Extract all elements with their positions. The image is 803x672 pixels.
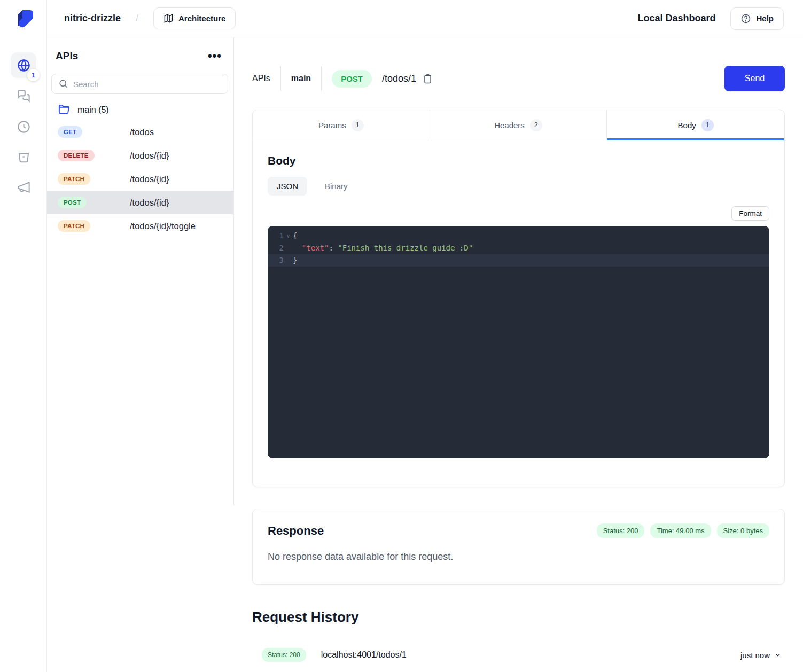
endpoint-path: /todos/{id} [130,151,169,161]
endpoint-path: /todos [130,127,154,137]
tab-count-badge: 1 [352,119,364,131]
help-button[interactable]: Help [730,7,784,30]
response-stat-badge: Time: 49.00 ms [650,523,711,538]
request-bar: APIs main POST /todos/1 Send [252,66,785,91]
copy-path-button[interactable] [422,73,434,85]
rail-item-schedules[interactable] [11,114,36,139]
search-icon [58,79,68,89]
tab-count-badge: 2 [530,119,542,131]
tab-label: Params [318,121,346,130]
sidebar-menu-button[interactable]: ••• [206,51,224,61]
rail-item-websockets[interactable] [11,83,36,109]
line-number: 3 [268,254,284,267]
history-time-dropdown[interactable]: just now [740,651,782,660]
rail-item-topics[interactable] [11,174,36,200]
endpoint-path: /todos/{id} [130,174,169,184]
line-content: "text": "Finish this drizzle guide :D" [293,242,473,254]
request-history-list: Status: 200localhost:4001/todos/1just no… [252,648,785,672]
method-badge: DELETE [58,150,95,161]
line-number: 2 [268,242,284,254]
endpoint-row[interactable]: GET/todos [47,120,233,144]
format-button[interactable]: Format [731,206,769,221]
project-name: nitric-drizzle [64,13,121,24]
method-badge: POST [332,70,372,88]
endpoint-row[interactable]: PATCH/todos/{id} [47,167,233,191]
request-card: Params1Headers2Body1 Body JSONBinary For… [252,110,785,487]
json-editor[interactable]: 1∨{2 "text": "Finish this drizzle guide … [268,226,769,458]
tab-bar: Params1Headers2Body1 [253,110,784,140]
tab-body[interactable]: Body1 [607,110,784,140]
rail-item-apis[interactable]: 1 [11,52,36,78]
folder-label: main (5) [77,105,109,115]
architecture-button[interactable]: Architecture [153,7,236,29]
method-badge: PATCH [58,173,90,185]
help-circle-icon [740,13,751,24]
method-badge: PATCH [58,220,90,232]
method-badge: GET [58,126,82,138]
endpoint-row[interactable]: PATCH/todos/{id}/toggle [47,214,233,238]
body-mode-toggle: JSONBinary [268,177,769,196]
api-folder-main[interactable]: main (5) [47,94,233,120]
history-url: localhost:4001/todos/1 [321,650,407,660]
chat-bubbles-icon [17,89,31,104]
sidebar-title: APIs [51,50,78,62]
clock-icon [17,120,31,134]
tab-count-badge: 1 [701,119,714,131]
history-status-badge: Status: 200 [262,648,306,662]
history-time-label: just now [740,651,770,660]
endpoint-method-box: PATCH [58,173,130,185]
local-dashboard-label: Local Dashboard [637,13,715,24]
mode-json-button[interactable]: JSON [268,177,307,196]
endpoint-path: /todos/{id} [130,198,169,208]
top-header: nitric-drizzle / Architecture Local Dash… [47,0,803,37]
chevron-down-icon [774,651,782,659]
body-panel: Body JSONBinary Format 1∨{2 "text": "Fin… [253,140,784,472]
response-card: Response Status: 200Time: 49.00 msSize: … [252,509,785,585]
breadcrumb-separator: / [136,13,138,24]
map-icon [163,13,174,24]
send-button[interactable]: Send [724,66,785,91]
tab-params[interactable]: Params1 [253,110,430,140]
editor-line: 3} [268,254,769,267]
line-content: { [293,230,297,242]
apis-sidebar: APIs ••• main (5) GET/todosDELETE/todos/… [47,37,233,672]
mode-binary-button[interactable]: Binary [316,177,357,196]
tab-label: Headers [494,121,525,130]
line-content: } [293,254,297,267]
endpoint-method-box: PATCH [58,220,130,232]
megaphone-icon [17,180,31,194]
apis-count-badge: 1 [27,69,40,81]
body-panel-title: Body [268,154,769,167]
divider [321,66,322,91]
folder-icon [58,104,70,116]
endpoint-row[interactable]: POST/todos/{id} [47,191,233,214]
search-input[interactable] [51,74,228,94]
bucket-icon [17,150,31,164]
nitric-logo[interactable] [13,7,36,31]
endpoint-method-box: GET [58,126,130,138]
history-row[interactable]: Status: 200localhost:4001/todos/1just no… [252,648,785,672]
method-badge: POST [58,197,87,208]
tab-headers[interactable]: Headers2 [430,110,607,140]
response-title: Response [268,524,324,538]
fold-spacer [284,254,293,267]
endpoint-row[interactable]: DELETE/todos/{id} [47,144,233,167]
tab-label: Body [678,121,696,130]
editor-line: 1∨{ [268,230,769,242]
endpoint-method-box: DELETE [58,150,130,161]
response-stat-badge: Status: 200 [597,523,645,538]
request-path: /todos/1 [382,73,416,84]
breadcrumb-route: main [281,74,321,83]
rail-item-storage[interactable] [11,144,36,169]
line-number: 1 [268,230,284,242]
editor-line: 2 "text": "Finish this drizzle guide :D" [268,242,769,254]
fold-chevron-icon: ∨ [284,230,293,242]
main-content: APIs main POST /todos/1 Send Params1Head… [233,37,803,672]
endpoint-method-box: POST [58,197,130,208]
response-empty-message: No response data available for this requ… [268,551,769,562]
icon-rail: 1 [0,0,47,672]
endpoint-path: /todos/{id}/toggle [130,221,196,231]
endpoint-list: GET/todosDELETE/todos/{id}PATCH/todos/{i… [47,120,233,238]
breadcrumb-apis: APIs [252,74,280,83]
response-badges: Status: 200Time: 49.00 msSize: 0 bytes [597,523,769,538]
